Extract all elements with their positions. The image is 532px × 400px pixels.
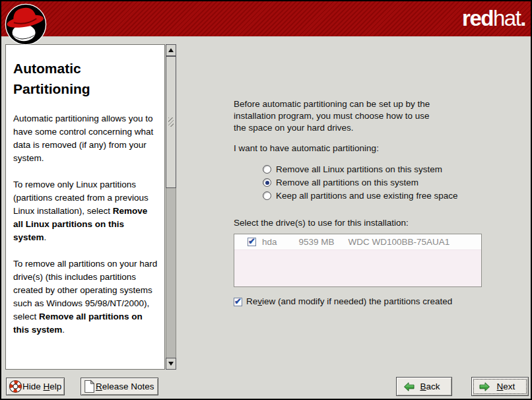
drive-row-hda[interactable]: hda 9539 MB WDC WD100BB-75AUA1 <box>234 234 481 250</box>
radio-icon[interactable] <box>263 191 271 200</box>
help-scrollbar <box>166 44 176 370</box>
review-partitions-row[interactable]: Review (and modify if needed) the partit… <box>234 296 452 308</box>
banner: redhat. <box>1 1 531 37</box>
intro-text: Before automatic partitioning can be set… <box>234 98 430 134</box>
radio-label: Keep all partitions and use existing fre… <box>276 190 457 202</box>
scrollbar-track[interactable] <box>166 56 176 358</box>
life-buoy-icon <box>9 380 22 393</box>
drive-list: hda 9539 MB WDC WD100BB-75AUA1 <box>234 234 482 287</box>
drive-model: WDC WD100BB-75AUA1 <box>349 237 450 247</box>
help-paragraph-3: To remove all partitions on your hard dr… <box>13 257 159 337</box>
redhat-wordmark: redhat. <box>462 7 525 29</box>
redhat-shadowman-logo <box>4 3 48 46</box>
back-label: Back <box>415 382 445 391</box>
radio-icon[interactable] <box>263 178 271 187</box>
next-button[interactable]: Next <box>471 377 529 396</box>
release-notes-label: Release Notes <box>96 382 154 391</box>
radio-remove-all-partitions[interactable]: Remove all partitions on this system <box>263 178 418 187</box>
hide-help-button[interactable]: Hide Help <box>6 378 65 395</box>
document-icon <box>84 380 95 393</box>
scroll-down-button[interactable] <box>166 358 176 370</box>
review-checkbox[interactable] <box>234 298 242 306</box>
help-paragraph-2: To remove only Linux partitions (partiti… <box>13 178 159 244</box>
installer-window: redhat. Automatic Partitioning Automatic… <box>0 0 532 400</box>
drive-name: hda <box>262 237 277 247</box>
drive-checkbox[interactable] <box>248 238 256 246</box>
radio-keep-all-partitions[interactable]: Keep all partitions and use existing fre… <box>263 191 457 201</box>
partitioning-question-label: I want to have automatic partitioning: <box>234 143 379 154</box>
release-notes-button[interactable]: Release Notes <box>81 378 158 395</box>
arrow-up-icon <box>168 48 174 52</box>
back-button[interactable]: Back <box>396 377 452 396</box>
next-arrow-icon <box>479 382 490 392</box>
drive-select-label: Select the drive(s) to use for this inst… <box>234 217 409 229</box>
radio-remove-linux-partitions[interactable]: Remove all Linux partitions on this syst… <box>263 164 442 174</box>
help-panel: Automatic Partitioning Automatic partiti… <box>5 44 165 370</box>
radio-label: Remove all partitions on this system <box>276 177 418 189</box>
radio-label: Remove all Linux partitions on this syst… <box>276 164 442 176</box>
back-arrow-icon <box>403 382 415 392</box>
wordmark-period: . <box>520 6 525 30</box>
next-label: Next <box>490 382 521 391</box>
wordmark-hat: hat <box>493 6 520 30</box>
radio-icon[interactable] <box>263 165 271 174</box>
hide-help-label: Hide Help <box>22 382 61 391</box>
help-paragraph-1: Automatic partitioning allows you to hav… <box>13 112 159 165</box>
review-label: Review (and modify if needed) the partit… <box>246 296 452 308</box>
help-title: Automatic Partitioning <box>13 58 159 99</box>
arrow-down-icon <box>168 362 174 366</box>
scrollbar-thumb[interactable] <box>166 56 176 188</box>
scroll-up-button[interactable] <box>166 44 176 56</box>
wordmark-red: red <box>462 6 493 30</box>
drive-size: 9539 MB <box>299 237 335 247</box>
